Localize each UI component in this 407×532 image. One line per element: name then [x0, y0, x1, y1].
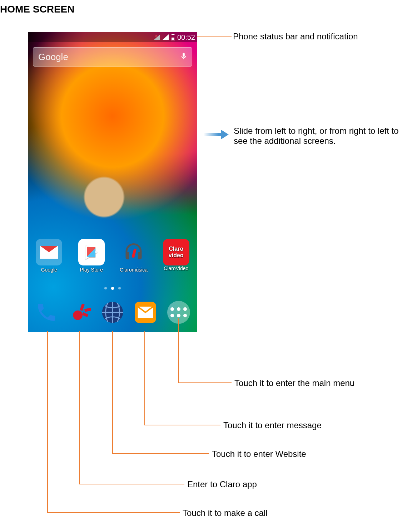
google-folder[interactable]: Google — [31, 239, 67, 273]
apps-grid-icon — [167, 301, 190, 324]
svg-point-7 — [73, 311, 83, 320]
battery-icon — [171, 34, 175, 40]
phone-icon — [35, 301, 58, 324]
dock — [28, 293, 197, 332]
svg-rect-10 — [82, 312, 88, 317]
envelope-icon — [134, 301, 157, 324]
claromusica-app[interactable]: Claromúsica — [116, 239, 152, 273]
svg-rect-6 — [132, 249, 137, 258]
app-label: Claromúsica — [120, 267, 148, 273]
page-title: HOME SCREEN — [0, 4, 74, 15]
gmail-icon — [36, 239, 62, 265]
callout-message: Touch it to enter message — [223, 420, 322, 430]
play-store-icon — [78, 239, 105, 265]
svg-marker-2 — [162, 34, 169, 40]
claro-burst-icon — [68, 301, 91, 324]
svg-rect-8 — [80, 304, 85, 311]
claro-video-icon: Claro video — [163, 239, 189, 265]
search-placeholder: Google — [38, 52, 180, 63]
callout-claro-app: Enter to Claro app — [187, 479, 257, 489]
callout-website: Touch it to enter Website — [212, 449, 306, 459]
globe-icon — [101, 301, 124, 324]
clarovideo-app[interactable]: Claro video ClaroVideo — [158, 239, 194, 271]
play-store-app[interactable]: Play Store — [74, 239, 109, 273]
mic-icon[interactable] — [180, 52, 187, 63]
app-label: ClaroVideo — [164, 265, 188, 271]
status-bar[interactable]: × 00:52 — [28, 32, 197, 42]
claro-app-button[interactable] — [65, 298, 94, 327]
page-indicator — [28, 287, 197, 290]
phone-button[interactable] — [32, 298, 61, 327]
messages-button[interactable] — [131, 298, 160, 327]
no-signal-icon: × — [154, 34, 160, 40]
browser-button[interactable] — [98, 298, 127, 327]
svg-rect-9 — [84, 308, 91, 312]
app-label: Google — [41, 267, 57, 273]
apps-menu-button[interactable] — [164, 298, 193, 327]
google-search-bar[interactable]: Google — [33, 47, 192, 67]
callout-status-bar: Phone status bar and notification — [233, 31, 358, 42]
svg-text:×: × — [155, 34, 157, 38]
status-time: 00:52 — [177, 33, 195, 42]
app-shortcut-row: Google Play Store Claromúsica Claro vide… — [28, 239, 197, 282]
svg-rect-5 — [172, 38, 174, 40]
app-label: Play Store — [80, 267, 103, 273]
signal-icon — [162, 34, 169, 40]
callout-slide: Slide from left to right, or from right … — [234, 126, 405, 146]
headphones-icon — [120, 239, 147, 265]
swipe-arrow-icon — [204, 130, 229, 139]
callout-call: Touch it to make a call — [183, 508, 267, 518]
phone-screenshot: × 00:52 Google Google Play Store Claromú… — [28, 32, 197, 332]
callout-main-menu: Touch it to enter the main menu — [234, 378, 354, 388]
